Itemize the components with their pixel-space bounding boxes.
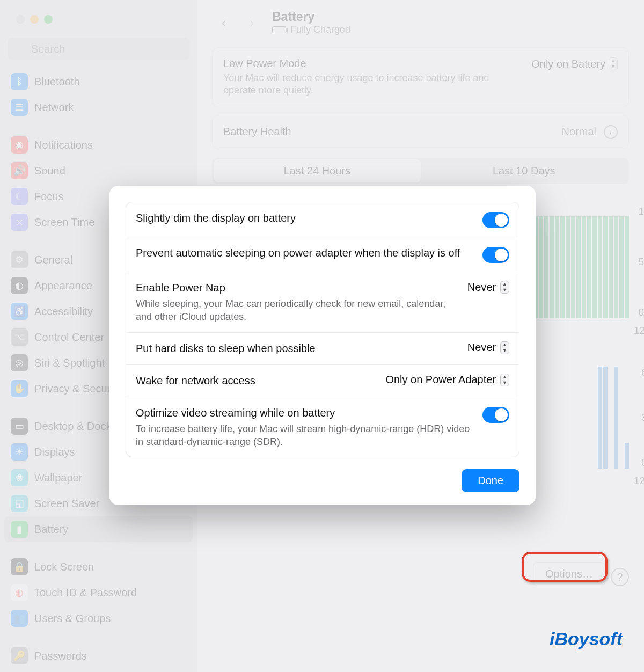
accessibility-icon: ♿: [11, 303, 28, 320]
minimize-icon[interactable]: [30, 15, 39, 24]
toggle-prevent-sleep[interactable]: [482, 247, 509, 263]
select-power-nap[interactable]: Never ▲▼: [467, 281, 509, 294]
tick-label: 100%: [638, 206, 644, 217]
stepper-icon: ▲▼: [609, 57, 618, 70]
sidebar-item-label: Notifications: [34, 139, 93, 151]
help-button[interactable]: ?: [611, 568, 629, 586]
battery-icon: ▮: [11, 521, 28, 538]
battery-health-title: Battery Health: [223, 126, 291, 138]
options-button[interactable]: Options…: [533, 562, 605, 586]
network-icon: ☰: [11, 99, 28, 116]
sidebar-item-network[interactable]: ☰Network: [4, 94, 193, 120]
row-title: Enable Power Nap: [136, 281, 458, 295]
sidebar-item-label: Battery: [34, 523, 68, 536]
wallpaper-icon: ❀: [11, 469, 28, 486]
tick-label: 0m: [641, 457, 644, 469]
row-optimize-video: Optimize video streaming while on batter…: [126, 397, 519, 457]
time-range-segmented[interactable]: Last 24 Hours Last 10 Days: [212, 158, 629, 184]
low-power-mode-row: Low Power Mode Your Mac will reduce ener…: [212, 47, 629, 107]
tick-label: 30m: [641, 412, 644, 423]
sidebar-item-battery[interactable]: ▮Battery: [4, 516, 193, 542]
charge-status-label: Fully Charged: [290, 24, 350, 35]
screen-icon: ◱: [11, 495, 28, 512]
row-title: Put hard disks to sleep when possible: [136, 341, 458, 356]
privacy-icon: ✋: [11, 380, 28, 397]
sidebar-item-label: Users & Groups: [34, 612, 111, 625]
desktop-icon: ▭: [11, 418, 28, 435]
done-button[interactable]: Done: [462, 469, 519, 492]
battery-icon: [272, 26, 286, 33]
battery-health-value: Normal: [562, 126, 596, 138]
general-icon: ⚙: [11, 251, 28, 268]
select-wake-network[interactable]: Only on Power Adapter ▲▼: [385, 374, 509, 386]
sidebar-item-label: Network: [34, 101, 74, 114]
sidebar-item-label: Screen Time: [34, 216, 94, 229]
window-controls: [0, 0, 197, 24]
passwords-icon: 🔑: [11, 647, 28, 664]
screen-icon: ⧖: [11, 214, 28, 231]
sidebar-item-label: Lock Screen: [34, 561, 94, 573]
row-title: Wake for network access: [136, 374, 376, 388]
maximize-icon[interactable]: [44, 15, 53, 24]
tick-label: 0%: [638, 306, 644, 318]
x-axis-label: 12 P: [634, 325, 644, 337]
sidebar-item-label: Accessibility: [34, 305, 93, 318]
toggle-optimize-video[interactable]: [482, 407, 509, 423]
sidebar-item-label: Desktop & Dock: [34, 420, 111, 433]
row-desc: To increase battery life, your Mac will …: [136, 422, 473, 449]
low-power-desc: Your Mac will reduce energy usage to inc…: [223, 72, 502, 97]
sidebar-item-label: Bluetooth: [34, 76, 80, 88]
displays-icon: ☀: [11, 443, 28, 461]
sidebar-item-sound[interactable]: 🔊Sound: [4, 158, 193, 184]
sidebar-item-lock-screen[interactable]: 🔒Lock Screen: [4, 554, 193, 580]
sidebar-item-label: Privacy & Security: [34, 383, 121, 395]
focus-icon: ☾: [11, 188, 28, 205]
select-value: Never: [467, 341, 496, 354]
battery-options-sheet: Slightly dim the display on battery Prev…: [109, 186, 536, 505]
control-icon: ⌥: [11, 328, 28, 346]
row-title: Optimize video streaming while on batter…: [136, 406, 473, 420]
sidebar-item-internet-accounts[interactable]: @Internet Accounts: [4, 669, 193, 672]
sidebar-item-label: Control Center: [34, 331, 104, 344]
page-title: Battery: [272, 10, 350, 24]
segment-24h[interactable]: Last 24 Hours: [214, 159, 421, 182]
sidebar-item-label: Siri & Spotlight: [34, 357, 105, 369]
battery-health-row: Battery Health Normal i: [212, 115, 629, 149]
low-power-dropdown[interactable]: Only on Battery ▲▼: [531, 57, 618, 70]
sidebar-item-label: Wallpaper: [34, 472, 82, 484]
toggle-dim-display[interactable]: [482, 212, 509, 228]
segment-10d[interactable]: Last 10 Days: [421, 159, 628, 182]
bluetooth-icon: ᛒ: [11, 73, 28, 90]
select-value: Only on Power Adapter: [385, 374, 496, 386]
select-value: Never: [467, 281, 496, 294]
row-prevent-sleep: Prevent automatic sleeping on power adap…: [126, 237, 519, 272]
sidebar-item-users-groups[interactable]: 👥Users & Groups: [4, 605, 193, 631]
sidebar-item-label: Appearance: [34, 280, 92, 292]
sidebar-item-label: Displays: [34, 446, 75, 458]
search-input[interactable]: [8, 38, 189, 60]
users-icon: 👥: [11, 610, 28, 627]
row-title: Prevent automatic sleeping on power adap…: [136, 246, 473, 260]
forward-button[interactable]: ›: [240, 12, 264, 33]
sidebar-item-bluetooth[interactable]: ᛒBluetooth: [4, 69, 193, 94]
close-icon[interactable]: [16, 15, 25, 24]
notifications-icon: ◉: [11, 136, 28, 154]
stepper-icon: ▲▼: [500, 281, 509, 294]
select-hdd-sleep[interactable]: Never ▲▼: [467, 341, 509, 354]
appearance-icon: ◐: [11, 277, 28, 294]
sidebar-item-notifications[interactable]: ◉Notifications: [4, 132, 193, 158]
tick-label: 50%: [638, 256, 644, 268]
row-hdd-sleep: Put hard disks to sleep when possible Ne…: [126, 333, 519, 365]
tick-label: 60m: [641, 367, 644, 378]
sidebar-item-label: Touch ID & Password: [34, 587, 137, 599]
sidebar-item-touch-id-password[interactable]: ◍Touch ID & Password: [4, 580, 193, 605]
lock-icon: 🔒: [11, 558, 28, 575]
info-icon[interactable]: i: [604, 125, 618, 139]
sidebar-item-passwords[interactable]: 🔑Passwords: [4, 643, 193, 669]
x-axis-label: 12 P: [634, 475, 644, 487]
stepper-icon: ▲▼: [500, 341, 509, 354]
low-power-value: Only on Battery: [531, 58, 605, 70]
page-subtitle: Fully Charged: [272, 24, 350, 35]
sidebar-item-label: Sound: [34, 165, 65, 177]
back-button[interactable]: ‹: [212, 12, 236, 33]
